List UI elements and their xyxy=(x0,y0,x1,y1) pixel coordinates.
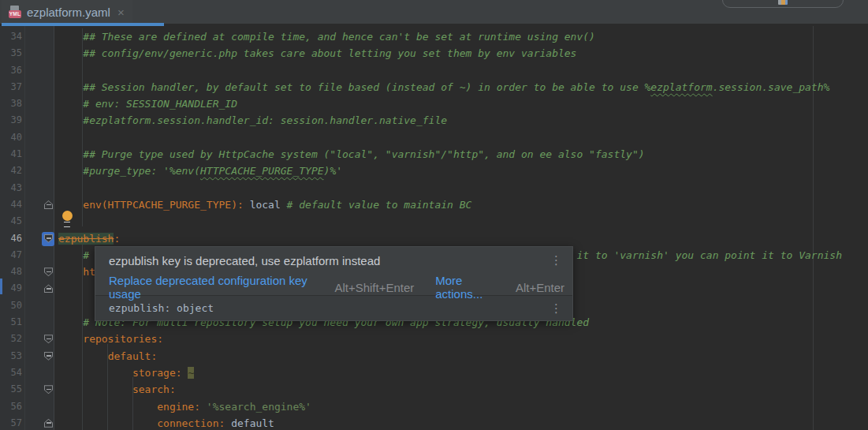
code-token-plain xyxy=(58,383,132,395)
code-text[interactable]: engine: '%search_engine%' xyxy=(54,398,311,415)
line-number: 37 xyxy=(0,79,22,95)
code-text[interactable]: default: xyxy=(54,348,157,365)
code-text[interactable]: storage: ~ xyxy=(54,365,194,381)
code-token-key: connection: xyxy=(157,417,225,429)
line-number: 56 xyxy=(0,398,22,415)
code-text[interactable]: # env: SESSION_HANDLER_ID xyxy=(54,95,237,112)
code-text[interactable] xyxy=(54,297,58,314)
line-number: 55 xyxy=(0,381,22,398)
gutter-cell: 43 xyxy=(0,180,54,196)
gutter-cell: 46 xyxy=(0,230,54,247)
line-number: 40 xyxy=(0,129,22,146)
line-number: 53 xyxy=(0,348,22,365)
code-token-comment: #ezplatform.session.handler_id: session.… xyxy=(58,114,447,126)
code-line[interactable]: 56 engine: '%search_engine%' xyxy=(0,398,868,415)
code-text[interactable] xyxy=(54,280,58,297)
line-number: 45 xyxy=(0,213,22,230)
line-number: 48 xyxy=(0,264,22,280)
line-number: 44 xyxy=(0,196,22,213)
code-token-plain xyxy=(58,333,83,345)
line-number: 34 xyxy=(0,28,22,45)
gutter-cell: 47 xyxy=(0,247,54,264)
code-line[interactable]: 39 #ezplatform.session.handler_id: sessi… xyxy=(0,112,868,129)
code-text[interactable]: #ezplatform.session.handler_id: session.… xyxy=(54,112,447,129)
code-line[interactable]: 54 storage: ~ xyxy=(0,365,868,381)
intention-lightbulb-icon[interactable] xyxy=(61,211,73,228)
code-token-plain xyxy=(244,199,250,211)
gutter-cell: 40 xyxy=(0,129,54,146)
popup-detail-menu-icon[interactable]: ⋮ xyxy=(548,302,564,314)
code-text[interactable]: repositories: xyxy=(54,331,163,347)
more-actions-shortcut: Alt+Enter xyxy=(516,281,564,294)
code-line[interactable]: 53 default: xyxy=(0,348,868,365)
code-line[interactable]: 36 xyxy=(0,62,868,79)
fold-marker-icon[interactable] xyxy=(44,385,53,394)
yaml-file-icon: YML xyxy=(9,6,21,18)
code-token-plain xyxy=(58,367,132,379)
code-token-plain xyxy=(281,199,287,211)
code-line[interactable]: 52 repositories: xyxy=(0,331,868,347)
code-text[interactable] xyxy=(54,62,58,79)
code-line[interactable]: 46ezpublish: xyxy=(0,230,868,247)
code-text[interactable]: env(HTTPCACHE_PURGE_TYPE): local # defau… xyxy=(54,196,471,213)
code-text[interactable]: #purge_type: '%env(HTTPCACHE_PURGE_TYPE)… xyxy=(54,163,342,179)
code-token-plain xyxy=(225,417,231,429)
code-line[interactable]: 45 xyxy=(0,213,868,230)
code-token-highlighted-tilde: ~ xyxy=(188,367,194,379)
replace-deprecated-action[interactable]: Replace deprecated configuration key usa… xyxy=(109,274,324,301)
code-token-value: default xyxy=(231,417,274,429)
fold-marker-icon[interactable] xyxy=(44,284,53,293)
run-widget-button[interactable] xyxy=(722,0,844,8)
code-line[interactable]: 35 ## config/env/generic.php takes care … xyxy=(0,45,868,62)
code-lines: 34 ## These are defined at compile time,… xyxy=(0,28,868,430)
code-line[interactable]: 34 ## These are defined at compile time,… xyxy=(0,28,868,45)
code-editor[interactable]: 34 ## These are defined at compile time,… xyxy=(0,26,868,430)
code-token-comment: # env: SESSION_HANDLER_ID xyxy=(58,98,237,110)
code-text[interactable] xyxy=(54,129,58,146)
code-token-comment: )%' xyxy=(324,165,342,177)
code-line[interactable]: 43 xyxy=(0,180,868,196)
code-token-comment-wavy: ezplatform xyxy=(650,81,712,93)
code-token-comment: #purge_type: '%env( xyxy=(58,165,200,177)
code-line[interactable]: 40 xyxy=(0,129,868,146)
fold-marker-icon[interactable] xyxy=(44,200,53,209)
gutter-cell: 48 xyxy=(0,264,54,280)
code-token-comment: ## config/env/generic.php takes care abo… xyxy=(58,47,576,59)
line-number: 35 xyxy=(0,45,22,62)
code-token-key: : xyxy=(114,233,120,245)
code-line[interactable]: 42 #purge_type: '%env(HTTPCACHE_PURGE_TY… xyxy=(0,163,868,179)
code-line[interactable]: 57 connection: default xyxy=(0,415,868,430)
tab-ezplatform-yaml[interactable]: YML ezplatform.yaml × xyxy=(2,0,132,24)
code-text[interactable]: ezpublish: xyxy=(54,230,120,247)
fold-marker-icon[interactable] xyxy=(44,352,53,361)
fold-marker-icon[interactable] xyxy=(44,335,53,343)
code-text[interactable]: search: xyxy=(54,381,176,398)
code-text[interactable]: connection: default xyxy=(54,415,274,430)
fold-marker-icon[interactable] xyxy=(44,267,53,276)
code-token-plain xyxy=(200,401,207,413)
code-line[interactable]: 44 env(HTTPCACHE_PURGE_TYPE): local # de… xyxy=(0,196,868,213)
code-token-key: search: xyxy=(132,383,176,395)
code-text[interactable]: ## config/env/generic.php takes care abo… xyxy=(54,45,576,62)
tab-close-icon[interactable]: × xyxy=(117,6,125,18)
code-token-value: local xyxy=(250,199,281,211)
gutter-cell: 35 xyxy=(0,45,54,62)
code-text[interactable]: ## These are defined at compile time, an… xyxy=(54,28,595,45)
run-widget-icon xyxy=(778,0,788,5)
popup-menu-icon[interactable]: ⋮ xyxy=(548,254,564,266)
gutter-cell: 55 xyxy=(0,381,54,398)
code-text[interactable] xyxy=(54,180,58,196)
code-line[interactable]: 38 # env: SESSION_HANDLER_ID xyxy=(0,95,868,112)
code-line[interactable]: 37 ## Session handler, by default set to… xyxy=(0,79,868,95)
gutter-cell: 49 xyxy=(0,280,54,297)
code-text[interactable]: ## Session handler, by default set to fi… xyxy=(54,79,829,95)
fold-marker-icon[interactable] xyxy=(44,419,53,428)
left-edge-marker xyxy=(0,279,2,294)
deprecation-message: ezpublish key is deprecated, use ezplatf… xyxy=(109,254,548,267)
code-line[interactable]: 41 ## Purge type used by HttpCache syste… xyxy=(0,146,868,163)
code-token-plain xyxy=(58,417,157,429)
code-text[interactable] xyxy=(54,213,58,230)
more-actions-link[interactable]: More actions... xyxy=(435,274,507,301)
code-text[interactable]: ## Purge type used by HttpCache system (… xyxy=(54,146,645,163)
code-line[interactable]: 55 search: xyxy=(0,381,868,398)
